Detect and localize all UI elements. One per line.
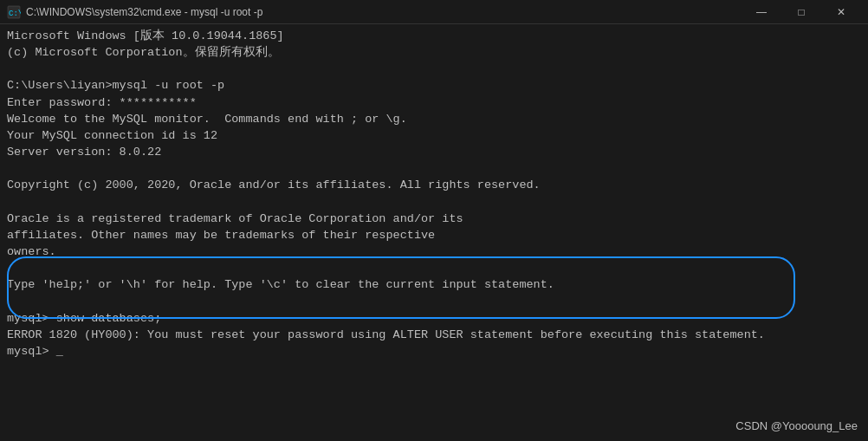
title-bar-title: C:\WINDOWS\system32\cmd.exe - mysql -u r…	[26, 6, 262, 18]
maximize-button[interactable]: □	[781, 0, 821, 24]
minimize-button[interactable]: —	[742, 0, 781, 24]
close-button[interactable]: ✕	[821, 0, 861, 24]
terminal-output: Microsoft Windows [版本 10.0.19044.1865] (…	[7, 28, 861, 360]
title-bar: C:\ C:\WINDOWS\system32\cmd.exe - mysql …	[0, 0, 868, 24]
window: C:\ C:\WINDOWS\system32\cmd.exe - mysql …	[0, 0, 868, 441]
title-bar-controls: — □ ✕	[742, 0, 861, 24]
watermark: CSDN @Yooooung_Lee	[735, 419, 858, 432]
svg-text:C:\: C:\	[9, 10, 21, 18]
title-bar-left: C:\ C:\WINDOWS\system32\cmd.exe - mysql …	[7, 5, 262, 19]
cmd-icon: C:\	[7, 5, 21, 19]
terminal-body: Microsoft Windows [版本 10.0.19044.1865] (…	[0, 24, 868, 441]
